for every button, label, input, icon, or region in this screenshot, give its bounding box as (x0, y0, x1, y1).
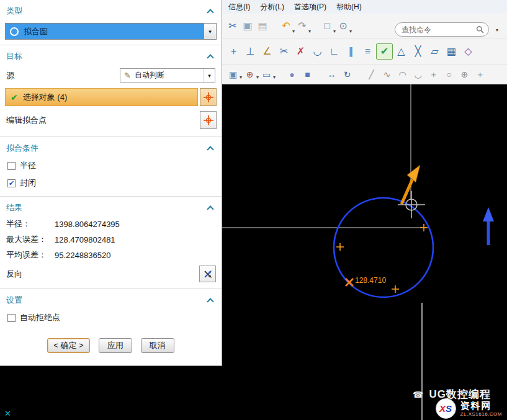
selection-scope-icon[interactable]: □ (320, 18, 334, 34)
toolbar-row-view-tools: ▣▾⊕▾▭▾●■↔↻╱∿◠◡＋○⊕＋ (222, 65, 507, 84)
drag-handle-arrow[interactable] (483, 207, 494, 245)
line-tool-icon[interactable]: ╱ (364, 68, 379, 81)
offset-curve-icon[interactable]: ▱ (426, 43, 443, 60)
arc-lower-tool-icon[interactable]: ◡ (410, 68, 426, 81)
measure-icon[interactable]: ◇ (460, 43, 477, 60)
crosshair-icon (203, 115, 214, 126)
fillet-icon[interactable]: ◡ (309, 43, 326, 60)
angle-dimension-icon[interactable]: ∠ (259, 43, 276, 60)
point-constraint-icon[interactable]: ＋ (225, 43, 242, 60)
triangle-constraint-icon[interactable]: △ (393, 43, 410, 60)
shaded-view-icon[interactable]: ● (284, 68, 300, 81)
max-error-point-marker[interactable] (346, 279, 353, 286)
source-value: 自动判断 (135, 70, 200, 81)
phone-icon: ☎ (413, 390, 424, 400)
selection-filter-icon[interactable]: ⊕ (242, 68, 258, 81)
add-tool-icon[interactable]: ＋ (472, 68, 488, 81)
type-selected-option[interactable]: 拟合圆 (6, 24, 204, 39)
menu-item[interactable]: 分析(L) (255, 1, 289, 14)
result-radius-value: 1398.8064274395 (55, 220, 120, 229)
fit-point-marker[interactable] (392, 285, 399, 293)
undo-icon[interactable]: ↶ (279, 18, 294, 34)
marquee-select-icon[interactable]: ▭ (259, 68, 274, 81)
source-label: 源 (6, 70, 14, 81)
search-icon (476, 25, 484, 34)
xs-logo: X S (436, 398, 456, 419)
delete-curve-icon[interactable]: ✗ (292, 43, 309, 60)
select-object-point-button[interactable] (200, 88, 217, 106)
equal-constraint-icon[interactable]: ≡ (359, 43, 376, 60)
section-title-fit-conditions: 拟合条件 (6, 143, 38, 154)
quick-trim-icon[interactable]: ✔ (376, 43, 393, 60)
copy-icon[interactable]: ▣ (240, 18, 255, 34)
type-selected-label: 拟合圆 (24, 26, 48, 37)
closed-checkbox[interactable]: ✔ (7, 179, 16, 187)
collapse-chevron-icon[interactable] (207, 146, 213, 153)
redo-icon[interactable]: ↷ (295, 18, 310, 34)
command-finder[interactable] (395, 22, 489, 37)
circle-type-icon (10, 27, 19, 36)
fit-point-marker[interactable] (420, 224, 428, 231)
collapse-chevron-icon[interactable] (207, 54, 213, 61)
type-dropdown-caret[interactable]: ▾ (204, 24, 216, 39)
display-mode-icon[interactable]: ▣ (225, 68, 241, 81)
apply-button[interactable]: 应用 (99, 338, 132, 353)
redo-dropdown-caret[interactable]: ▾ (308, 29, 311, 38)
radius-checkbox-label: 半径 (20, 160, 36, 171)
parallel-constraint-icon[interactable]: ∥ (343, 43, 359, 60)
viewport-canvas: 128.4710 (222, 84, 507, 420)
brand-name: 资料网 (460, 400, 502, 411)
make-corner-icon[interactable]: ∟ (326, 43, 343, 60)
pan-view-icon[interactable]: ↔ (324, 68, 339, 81)
menu-item[interactable]: 信息(I) (223, 1, 255, 14)
arc-tool-icon[interactable]: ◠ (395, 68, 410, 81)
menu-item[interactable]: 帮助(H) (331, 1, 367, 14)
result-avg-error-label: 平均误差： (6, 249, 55, 261)
auto-reject-checkbox[interactable] (7, 314, 16, 322)
perpendicular-constraint-icon[interactable]: ⊥ (242, 43, 259, 60)
search-dropdown-caret[interactable]: ▾ (496, 27, 498, 33)
circle-point-tool-icon[interactable]: ⊕ (457, 68, 472, 81)
infer-icon: ✎ (124, 71, 131, 80)
mirror-curve-icon[interactable]: ╳ (410, 43, 426, 60)
check-icon: ✔ (11, 92, 18, 102)
ok-button[interactable]: < 确定 > (47, 338, 89, 353)
radius-checkbox[interactable] (7, 162, 16, 170)
pattern-curve-icon[interactable]: ▦ (443, 43, 460, 60)
collapse-chevron-icon[interactable] (207, 205, 213, 212)
toolbar-row-sketch-tools: ＋⊥∠✂✗◡∟∥≡✔△╳▱▦◇ (222, 38, 507, 65)
spline-tool-icon[interactable]: ∿ (379, 68, 395, 81)
graphics-viewport[interactable]: 128.4710 ☎ UG数控编程 X S 资料网 ZL.XS1616.COM (222, 84, 507, 420)
type-dropdown[interactable]: 拟合圆 ▾ (5, 23, 217, 40)
result-max-error-value: 128.4709802481 (55, 235, 115, 244)
fit-circle-dialog: 类型 拟合圆 ▾ 目标 源 ✎ 自动判断 ▾ ✔ 选择对象 (4) (0, 0, 222, 366)
circle-tool-icon[interactable]: ○ (441, 68, 457, 81)
cancel-button[interactable]: 取消 (141, 338, 174, 353)
wireframe-view-icon[interactable]: ■ (300, 68, 315, 81)
search-input[interactable] (402, 25, 473, 34)
section-title-results: 结果 (6, 202, 22, 213)
wcs-axis-marker-icon: ✕ (4, 409, 11, 418)
point-tool-icon[interactable]: ＋ (426, 68, 441, 81)
snap-point-icon[interactable]: ⊙ (336, 18, 351, 34)
source-dropdown-caret[interactable]: ▾ (204, 69, 215, 82)
rotate-view-icon[interactable]: ↻ (339, 68, 355, 81)
section-title-target: 目标 (6, 51, 22, 62)
source-dropdown[interactable]: ✎ 自动判断 ▾ (120, 68, 215, 83)
collapse-chevron-icon[interactable] (207, 9, 213, 16)
menu-item[interactable]: 首选项(P) (289, 1, 331, 14)
snap-point-dropdown-caret[interactable]: ▾ (349, 29, 352, 38)
trim-curve-icon[interactable]: ✂ (276, 43, 292, 60)
fit-point-marker[interactable] (336, 243, 344, 251)
paste-icon[interactable]: ▤ (255, 18, 270, 34)
select-object-row[interactable]: ✔ 选择对象 (4) (5, 88, 198, 106)
max-error-dimension-label: 128.4710 (355, 276, 386, 285)
collapse-chevron-icon[interactable] (207, 298, 213, 305)
top-toolbar-area: 信息(I)分析(L)首选项(P)帮助(H) ✂▣▤↶▾↷▾□▾⊙▾ ＋⊥∠✂✗◡… (222, 0, 507, 84)
marquee-select-dropdown-caret[interactable]: ▾ (273, 74, 276, 84)
cut-icon[interactable]: ✂ (225, 18, 240, 34)
reverse-direction-button[interactable] (199, 266, 216, 282)
edit-fit-points-label: 编辑拟合点 (6, 115, 47, 126)
result-avg-error-value: 95.2248836520 (55, 251, 110, 260)
edit-fit-points-button[interactable] (200, 111, 217, 129)
